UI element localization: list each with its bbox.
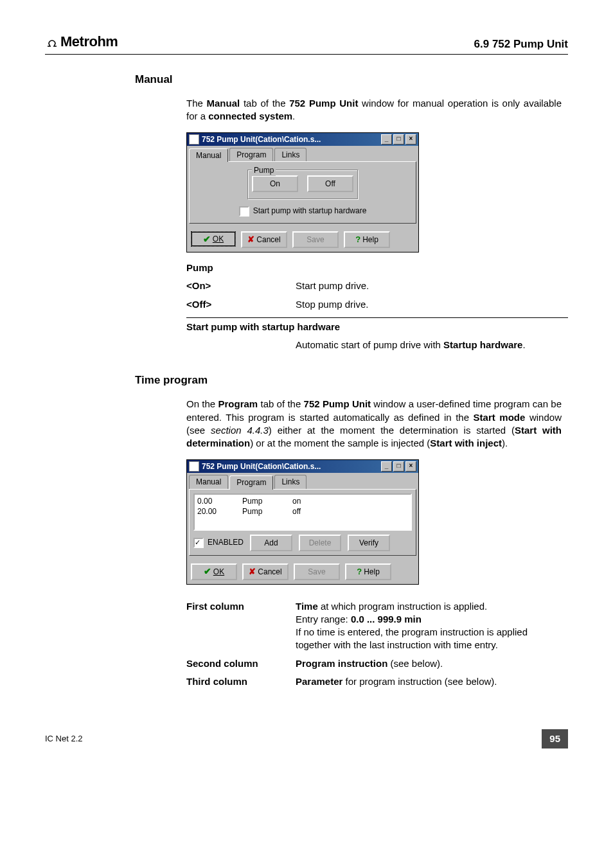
maximize-button[interactable]: □	[393, 134, 404, 145]
question-icon: ?	[357, 566, 362, 578]
add-button[interactable]: Add	[250, 535, 292, 551]
check-icon: ✔	[203, 233, 211, 245]
maximize-button[interactable]: □	[393, 461, 404, 472]
x-icon: ✘	[247, 234, 254, 245]
close-button[interactable]: ×	[405, 134, 416, 145]
program-row-1[interactable]: 0.00 Pump on	[197, 496, 408, 506]
header-section-title: 6.9 752 Pump Unit	[474, 37, 568, 52]
second-column-def: Second column Program instruction (see b…	[186, 655, 562, 673]
program-tab-pane: 0.00 Pump on 20.00 Pump off ENABLED Add …	[189, 489, 416, 556]
window-title: 752 Pump Unit(Cation\Cation.s...	[202, 134, 321, 145]
question-icon: ?	[355, 234, 360, 245]
delete-button[interactable]: Delete	[299, 535, 341, 551]
def-desc-off: Stop pump drive.	[296, 298, 562, 311]
page-header: Metrohm 6.9 752 Pump Unit	[45, 32, 568, 55]
pump-group: Pump On Off	[247, 170, 358, 199]
pump-group-label: Pump	[252, 165, 276, 175]
save-button[interactable]: Save	[292, 231, 339, 248]
def-desc-on: Start pump drive.	[296, 279, 562, 292]
manual-intro-paragraph: The Manual tab of the 752 Pump Unit wind…	[186, 97, 562, 123]
pump-unit-window-manual: 752 Pump Unit(Cation\Cation.s... _ □ × M…	[186, 132, 419, 252]
def-row-off: <Off> Stop pump drive.	[186, 296, 562, 314]
startup-hardware-row[interactable]: Start pump with startup hardware	[196, 206, 409, 217]
x-icon: ✘	[249, 566, 256, 578]
enabled-checkbox-group[interactable]: ENABLED	[193, 537, 244, 548]
window-system-icon[interactable]	[189, 461, 199, 472]
close-button[interactable]: ×	[405, 461, 416, 472]
page-footer: IC Net 2.2 95	[45, 729, 568, 748]
brand-text: Metrohm	[60, 32, 118, 51]
window-system-icon[interactable]	[189, 134, 199, 145]
help-button[interactable]: ?Help	[345, 563, 391, 580]
ok-button[interactable]: ✔OK	[191, 231, 236, 247]
tab-manual[interactable]: Manual	[189, 475, 228, 488]
window-button-bar: ✔OK ✘Cancel Save ?Help	[187, 227, 418, 252]
minimize-button[interactable]: _	[381, 134, 392, 145]
startup-hardware-def-desc: Automatic start of pump drive with Start…	[296, 339, 562, 351]
pump-on-button[interactable]: On	[252, 175, 298, 192]
tab-links[interactable]: Links	[274, 475, 306, 488]
program-list[interactable]: 0.00 Pump on 20.00 Pump off	[193, 493, 412, 531]
enabled-label: ENABLED	[208, 538, 244, 547]
cancel-button[interactable]: ✘Cancel	[242, 563, 289, 580]
third-column-def: Third column Parameter for program instr…	[186, 673, 562, 691]
window-button-bar: ✔OK ✘Cancel Save ?Help	[187, 560, 418, 584]
window-titlebar[interactable]: 752 Pump Unit(Cation\Cation.s... _ □ ×	[187, 460, 418, 473]
ok-button[interactable]: ✔OK	[191, 563, 237, 580]
save-button[interactable]: Save	[294, 563, 340, 580]
def-term-off: <Off>	[186, 298, 296, 311]
check-icon: ✔	[204, 565, 211, 578]
tab-manual[interactable]: Manual	[189, 148, 228, 162]
def-term-on: <On>	[186, 279, 296, 292]
page-number: 95	[542, 729, 568, 748]
pump-unit-window-program: 752 Pump Unit(Cation\Cation.s... _ □ × M…	[186, 459, 419, 584]
brand-logo: Metrohm	[45, 32, 118, 51]
def-row-on: <On> Start pump drive.	[186, 277, 562, 295]
divider	[186, 317, 568, 318]
program-controls-row: ENABLED Add Delete Verify	[193, 535, 412, 551]
verify-button[interactable]: Verify	[348, 535, 390, 551]
manual-tab-pane: Pump On Off Start pump with startup hard…	[189, 161, 416, 224]
startup-hardware-def-heading: Start pump with startup hardware	[186, 321, 568, 333]
tab-bar: Manual Program Links	[189, 475, 416, 488]
help-button[interactable]: ?Help	[344, 231, 390, 248]
tab-bar: Manual Program Links	[189, 148, 416, 161]
pump-off-button[interactable]: Off	[307, 175, 353, 192]
column-definitions: First column Time at which program instr…	[186, 598, 562, 691]
time-program-paragraph: On the Program tab of the 752 Pump Unit …	[186, 398, 562, 450]
section-heading-manual: Manual	[135, 73, 568, 87]
startup-hardware-label: Start pump with startup hardware	[253, 206, 367, 215]
pump-definitions-heading: Pump	[186, 261, 568, 274]
pump-definitions-table: <On> Start pump drive. <Off> Stop pump d…	[186, 277, 562, 314]
window-titlebar[interactable]: 752 Pump Unit(Cation\Cation.s... _ □ ×	[187, 133, 418, 146]
tab-program[interactable]: Program	[229, 475, 273, 489]
startup-hardware-def-body: Automatic start of pump drive with Start…	[186, 336, 562, 354]
brand-omega-icon	[45, 36, 59, 48]
section-heading-time-program: Time program	[135, 373, 568, 388]
window-title: 752 Pump Unit(Cation\Cation.s...	[202, 461, 321, 472]
tab-links[interactable]: Links	[274, 148, 306, 161]
minimize-button[interactable]: _	[381, 461, 392, 472]
cancel-button[interactable]: ✘Cancel	[241, 231, 287, 248]
startup-hardware-checkbox[interactable]	[239, 206, 249, 217]
program-row-2[interactable]: 20.00 Pump off	[197, 506, 408, 517]
footer-left: IC Net 2.2	[45, 733, 83, 745]
first-column-def: First column Time at which program instr…	[186, 598, 562, 655]
enabled-checkbox[interactable]	[193, 538, 204, 548]
tab-program[interactable]: Program	[229, 148, 273, 161]
